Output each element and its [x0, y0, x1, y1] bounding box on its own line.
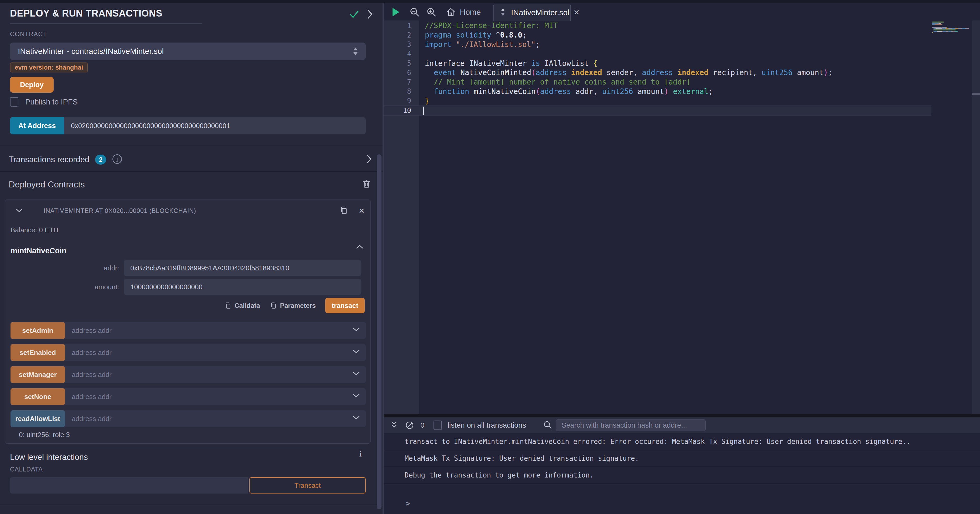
zoom-in-icon[interactable] [426, 7, 437, 17]
left-panel-scrollbar[interactable] [377, 154, 382, 509]
function-arg-input[interactable]: address addr [72, 415, 112, 423]
chevron-down-icon[interactable] [353, 415, 360, 421]
run-script-play-icon[interactable] [393, 8, 399, 16]
search-icon [543, 420, 552, 430]
amount-field-input[interactable] [124, 279, 361, 295]
chevron-down-icon[interactable] [15, 207, 23, 214]
parameters-chip-label: Parameters [280, 302, 316, 309]
code-text: event NativeCoinMinted(address indexed s… [411, 68, 832, 77]
parameters-copy-button[interactable]: Parameters [270, 301, 316, 310]
code-line: 3import "./IAllowList.sol"; [383, 40, 931, 49]
code-token: uint256 [602, 87, 633, 96]
info-i-icon: i [360, 449, 361, 458]
code-token: { [593, 59, 598, 68]
chevron-down-icon[interactable] [353, 349, 360, 355]
code-token: ( [531, 68, 536, 77]
code-token [451, 40, 456, 49]
publish-ipfs-checkbox[interactable] [10, 97, 18, 106]
line-number: 9 [383, 97, 411, 105]
chevron-up-icon[interactable] [356, 244, 364, 251]
editor-minimap[interactable] [932, 22, 972, 35]
function-button-readAllowList[interactable]: readAllowList [11, 410, 65, 427]
compile-success-check-icon [349, 9, 360, 21]
code-token: function [434, 87, 469, 96]
clear-console-circle-slash-icon[interactable] [405, 421, 414, 430]
editor-overview-ruler[interactable] [972, 21, 980, 414]
tab-home[interactable]: Home [446, 7, 481, 17]
terminal-search-input[interactable] [556, 419, 706, 431]
low-level-calldata-input[interactable] [10, 477, 248, 493]
function-arg-input[interactable]: address addr [72, 349, 112, 357]
line-number: 5 [383, 59, 411, 67]
chevron-down-icon[interactable] [353, 371, 360, 377]
zoom-out-icon[interactable] [409, 7, 420, 17]
function-arg-input[interactable]: address addr [72, 371, 112, 379]
addr-field-input[interactable] [124, 260, 361, 276]
transactions-expand-chevron-icon[interactable] [366, 154, 372, 165]
terminal-prompt[interactable]: > [406, 499, 410, 508]
code-token [469, 87, 474, 96]
code-token: indexed [571, 68, 602, 77]
terminal-resize-handle[interactable] [383, 414, 980, 417]
code-line: 9} [383, 96, 931, 106]
code-line: 1//SPDX-License-Identifier: MIT [383, 21, 931, 30]
function-arg-input[interactable]: address addr [72, 393, 112, 401]
tab-close-icon[interactable]: ✕ [574, 8, 580, 17]
balance-label: Balance: 0 ETH [11, 226, 58, 234]
terminal-message: transact to INativeMinter.mintNativeCoin… [383, 433, 980, 450]
trash-icon[interactable] [361, 179, 372, 190]
panel-collapse-chevron-right-icon[interactable] [367, 9, 373, 21]
code-area[interactable]: 1//SPDX-License-Identifier: MIT2pragma s… [383, 21, 931, 116]
close-instance-icon[interactable]: ✕ [359, 206, 365, 215]
contract-select-value: INativeMinter - contracts/INativeMinter.… [18, 47, 164, 56]
code-token: ) [664, 87, 669, 96]
calldata-copy-button[interactable]: Calldata [224, 301, 260, 310]
copy-address-icon[interactable] [339, 205, 348, 216]
code-token: ; [535, 40, 540, 49]
deploy-run-panel: DEPLOY & RUN TRANSACTIONS CONTRACT INati… [0, 3, 383, 514]
function-button-setManager[interactable]: setManager [11, 366, 65, 383]
code-line: 5interface INativeMinter is IAllowList { [383, 59, 931, 68]
contract-function-list: setAdminaddress addrsetEnabledaddress ad… [11, 322, 366, 432]
panel-divider[interactable] [383, 0, 383, 514]
low-level-transact-button[interactable]: Transact [249, 477, 366, 493]
minimap-line [932, 24, 972, 25]
editor-toolbar: Home INativeMinter.sol ✕ [383, 3, 980, 21]
solidity-file-icon [499, 8, 507, 17]
code-token: addr, [571, 87, 602, 96]
code-token: } [425, 97, 429, 105]
chevron-down-icon[interactable] [353, 393, 360, 399]
at-address-input[interactable]: 0x02000000000000000000000000000000000000… [64, 117, 366, 135]
transactions-recorded-label: Transactions recorded [9, 155, 89, 164]
code-token [669, 87, 673, 96]
code-token: indexed [677, 68, 708, 77]
panel-bottom-divider [0, 504, 383, 505]
at-address-button[interactable]: At Address [10, 117, 64, 135]
chevron-down-icon[interactable] [353, 327, 360, 333]
code-token: interface INativeMinter [425, 59, 531, 68]
tab-inativeminter-sol[interactable]: INativeMinter.sol ✕ [493, 4, 571, 21]
deployed-contracts-title: Deployed Contracts [9, 179, 85, 190]
info-icon [112, 154, 123, 165]
contract-select[interactable]: INativeMinter - contracts/INativeMinter.… [10, 43, 366, 60]
function-button-setNone[interactable]: setNone [11, 388, 65, 405]
deploy-button[interactable]: Deploy [10, 77, 54, 93]
home-icon [446, 7, 456, 17]
terminal-collapse-double-chevron-icon[interactable] [390, 420, 398, 430]
listen-transactions-checkbox[interactable] [434, 420, 442, 430]
transact-button[interactable]: transact [325, 298, 365, 313]
code-token: "./IAllowList.sol" [456, 40, 535, 49]
contract-card-header[interactable]: INATIVEMINTER AT 0X020...00001 (BLOCKCHA… [5, 205, 371, 217]
minimap-line [932, 22, 972, 22]
code-line: 6event NativeCoinMinted(address indexed … [383, 68, 931, 78]
terminal-toolbar: 0 listen on all transactions [383, 417, 980, 433]
function-row: readAllowListaddress addr [11, 410, 366, 427]
function-button-setAdmin[interactable]: setAdmin [11, 322, 65, 339]
code-token: //SPDX-License-Identifier: MIT [425, 21, 558, 30]
function-button-setEnabled[interactable]: setEnabled [11, 344, 65, 361]
code-line: 2pragma solidity ^0.8.0; [383, 30, 931, 40]
code-token: ; [828, 68, 832, 77]
code-text: import "./IAllowList.sol"; [411, 40, 540, 49]
code-token: solidity [456, 31, 491, 40]
function-arg-input[interactable]: address addr [72, 327, 112, 335]
